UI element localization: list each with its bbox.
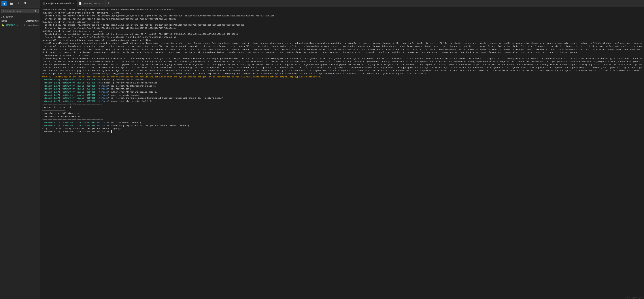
prompt-user: (xtuner0.1.17) root@intern-studio-400578… bbox=[42, 94, 96, 96]
open-folder-button[interactable] bbox=[8, 1, 14, 6]
prompt-user: (xtuner0.1.17) root@intern-studio-400578… bbox=[42, 82, 96, 84]
terminal-cursor-line: (xtuner0.1.17) root@intern-studio-400578… bbox=[42, 130, 642, 133]
prompt-user: (xtuner0.1.17) root@intern-studio-400578… bbox=[42, 85, 96, 87]
terminal-copy-info: Copy to /root/ft/config/internlm2_1_8b_q… bbox=[42, 127, 642, 130]
refresh-button[interactable] bbox=[22, 1, 28, 6]
prompt-user: (xtuner0.1.17) root@intern-studio-400578… bbox=[42, 97, 96, 99]
prompt-path: ~/ft/data bbox=[97, 94, 108, 96]
prompt-path: ~/ft/data bbox=[97, 91, 108, 93]
terminal-tab-icon: ⬛ bbox=[42, 2, 45, 5]
terminal-cursor bbox=[110, 130, 112, 133]
search-box: 🔍 bbox=[2, 9, 38, 13]
column-name-header: Name bbox=[2, 20, 18, 22]
terminal-line: Building wheel for crcmod (setup.py) ...… bbox=[42, 21, 642, 24]
terminal-line: Running setup.py develop for xtuner bbox=[42, 54, 642, 57]
terminal-prompt-line: (xtuner0.1.17) root@intern-studio-400578… bbox=[42, 85, 642, 88]
python-tab-icon: 📄 bbox=[79, 2, 82, 5]
terminal-separator-2: —————————————————— bbox=[42, 109, 642, 112]
attribution-text: CSDN @Nabo_Chi bbox=[627, 297, 643, 299]
terminal-separator: ====================CONFIGS=============… bbox=[42, 103, 642, 106]
terminal-config-item: internlm2_1_8b_full_alpaca_e3 bbox=[42, 112, 642, 115]
main-area: ⬛ root@intern-studio-40057 × 📄 generate_… bbox=[40, 0, 644, 299]
terminal-prompt-line: (xtuner0.1.17) root@intern-studio-400578… bbox=[42, 100, 642, 103]
sidebar-toolbar: + bbox=[0, 0, 40, 7]
terminal-line: Stored in directory: /root/.cache/pip/wh… bbox=[42, 8, 642, 11]
prompt-path: ~/ft/data bbox=[97, 88, 108, 90]
prompt-user: (xtuner0.1.17) root@intern-studio-400578… bbox=[42, 91, 96, 93]
prompt-user: (xtuner0.1.17) root@intern-studio-400578… bbox=[42, 121, 96, 124]
file-list: 🐍 internlm2_... 21 seconds ago bbox=[0, 23, 40, 299]
prompt-path: ~/ft bbox=[97, 82, 102, 84]
prompt-path: ~/ft/data bbox=[97, 100, 108, 102]
search-input[interactable] bbox=[2, 9, 38, 13]
upload-button[interactable] bbox=[15, 1, 21, 6]
file-name: internlm2_... bbox=[6, 24, 18, 26]
terminal-line: Successfully installed SentencePiece-0.2… bbox=[42, 57, 642, 75]
terminal-prompt-line: (xtuner0.1.17) root@intern-studio-400578… bbox=[42, 121, 642, 124]
tab-bar: ⬛ root@intern-studio-40057 × 📄 generate_… bbox=[40, 0, 644, 7]
terminal-prompt-line: (xtuner0.1.17) root@intern-studio-400578… bbox=[42, 87, 642, 91]
prompt-user: (xtuner0.1.17) root@intern-studio-400578… bbox=[42, 78, 96, 81]
breadcrumb: / ft / config / bbox=[0, 15, 40, 19]
tab-generate-data[interactable]: 📄 generate_data.py × bbox=[77, 0, 106, 7]
tab-generate-data-label: generate_data.py bbox=[83, 2, 100, 5]
file-type-icon: 🐍 bbox=[2, 23, 4, 26]
file-header: Name Last Modified bbox=[0, 19, 40, 23]
file-modified-time: 21 seconds ago bbox=[18, 24, 38, 26]
terminal-line: Stored in directory: /root/.cache/pip/wh… bbox=[42, 36, 642, 39]
tab-terminal[interactable]: ⬛ root@intern-studio-40057 × bbox=[40, 0, 77, 7]
terminal-prompt-line: (xtuner0.1.17) root@intern-studio-400578… bbox=[42, 78, 642, 81]
terminal-prompt-line: (xtuner0.1.17) root@intern-studio-400578… bbox=[42, 94, 642, 97]
terminal-line: Building wheel for sgmllib3k (setup.py) … bbox=[42, 30, 642, 33]
terminal-line: Stored in directory: /root/.cache/pip/wh… bbox=[42, 17, 642, 21]
new-button[interactable]: + bbox=[2, 1, 7, 6]
prompt-path: ~/ft/data bbox=[97, 130, 108, 133]
prompt-user: (xtuner0.1.17) root@intern-studio-400578… bbox=[42, 124, 96, 127]
terminal-prompt-line: (xtuner0.1.17) root@intern-studio-400578… bbox=[42, 81, 642, 85]
prompt-user: (xtuner0.1.17) root@intern-studio-400578… bbox=[42, 130, 96, 133]
terminal-line: Installing collected packages: webencodi… bbox=[42, 42, 642, 54]
new-tab-button[interactable]: + bbox=[106, 0, 111, 7]
prompt-path: ~/ft/data bbox=[97, 85, 108, 87]
terminal-prompt-line: (xtuner0.1.17) root@intern-studio-400578… bbox=[42, 91, 642, 94]
prompt-path: ~/ft/data bbox=[97, 97, 108, 99]
search-icon: 🔍 bbox=[34, 10, 37, 12]
terminal-separator-3: ========================================… bbox=[42, 118, 642, 121]
terminal-line: Created wheel for crcmod: filename=crcmo… bbox=[42, 23, 642, 27]
prompt-path: ~/ft/data bbox=[97, 124, 108, 127]
terminal-line: Stored in directory: /root/.cache/pip/wh… bbox=[42, 27, 642, 30]
tab-terminal-label: root@intern-studio-40057 bbox=[46, 2, 71, 5]
tab-close-button-2[interactable]: × bbox=[101, 2, 103, 5]
terminal-output[interactable]: Stored in directory: /root/.cache/pip/wh… bbox=[40, 7, 644, 299]
list-item[interactable]: 🐍 internlm2_... 21 seconds ago bbox=[0, 23, 40, 27]
terminal-line: Building wheel for aliyun-python-sdk-cor… bbox=[42, 11, 642, 14]
prompt-path: ~/ft/data bbox=[97, 121, 108, 124]
terminal-warning-line: WARNING: Running pip as the 'root' user … bbox=[42, 75, 642, 78]
terminal-prompt-line: (xtuner0.1.17) root@intern-studio-400578… bbox=[42, 124, 642, 127]
terminal-pattern: PATTERN: internlm2_1_8b bbox=[42, 106, 642, 109]
prompt-path: ~/ft bbox=[97, 78, 102, 81]
terminal-line: Successfully built deepspeed func-timeou… bbox=[42, 39, 642, 42]
terminal-prompt-line: (xtuner0.1.17) root@intern-studio-400578… bbox=[42, 97, 642, 100]
terminal-config-item: internlm2_1_8b_qlora_alpaca_e3 bbox=[42, 115, 642, 118]
tab-close-button[interactable]: × bbox=[72, 2, 74, 5]
prompt-user: (xtuner0.1.17) root@intern-studio-400578… bbox=[42, 88, 96, 90]
column-modified-header: Last Modified bbox=[18, 20, 38, 22]
terminal-line: Created wheel for sgmllib3k: filename=sg… bbox=[42, 33, 642, 36]
prompt-user: (xtuner0.1.17) root@intern-studio-400578… bbox=[42, 100, 96, 102]
terminal-line: Created wheel for aliyun-python-sdk-core… bbox=[42, 14, 642, 17]
sidebar: + 🔍 / ft / config / Name Last Modified 🐍… bbox=[0, 0, 40, 299]
